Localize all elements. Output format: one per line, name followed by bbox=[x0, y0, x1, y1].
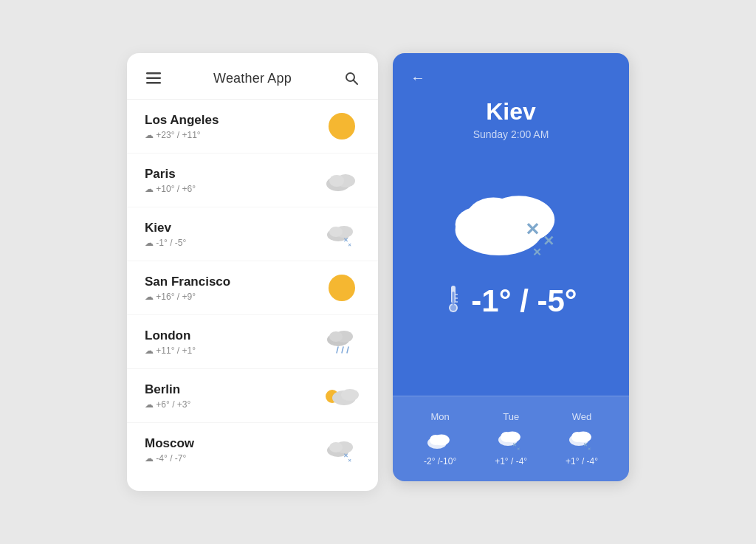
svg-line-17 bbox=[342, 347, 343, 353]
svg-point-30 bbox=[456, 207, 504, 241]
svg-rect-36 bbox=[453, 292, 455, 305]
svg-point-37 bbox=[450, 305, 456, 311]
svg-text:✕: ✕ bbox=[348, 243, 351, 247]
weather-icon-partly-cloudy bbox=[323, 381, 360, 410]
main-weather-icon: ✕ ✕ ✕ bbox=[437, 162, 585, 266]
city-name: San Francisco bbox=[145, 275, 230, 289]
svg-point-15 bbox=[329, 331, 343, 342]
forecast-temp: +1° / -4° bbox=[566, 456, 598, 466]
svg-point-10 bbox=[329, 227, 343, 237]
city-name: Los Angeles bbox=[145, 113, 219, 128]
city-temp: ☁ -4° / -7° bbox=[145, 453, 194, 464]
forecast-temp: +1° / -4° bbox=[495, 456, 527, 466]
svg-text:✕: ✕ bbox=[517, 447, 520, 451]
weather-icon-snow: ✕ ✕ bbox=[323, 435, 360, 464]
detail-datetime: Sunday 2:00 AM bbox=[473, 128, 549, 140]
weather-icon-cloudy bbox=[323, 165, 360, 195]
city-temp: ☁ +11° / +1° bbox=[145, 345, 196, 356]
city-list-panel: Weather App Los Angeles ☁ +23° / +11° bbox=[127, 53, 378, 491]
svg-rect-0 bbox=[146, 72, 161, 75]
list-item[interactable]: Kiev ☁ -1° / -5° ✕ ✕ bbox=[127, 207, 378, 261]
svg-rect-2 bbox=[146, 82, 161, 84]
city-temp: ☁ -1° / -5° bbox=[145, 238, 186, 248]
menu-button[interactable] bbox=[145, 71, 162, 86]
forecast-icon-tue: ✕ ✕ bbox=[496, 428, 526, 450]
forecast-icon-mon bbox=[425, 428, 455, 450]
back-button[interactable]: ← bbox=[410, 69, 425, 86]
city-temp: ☁ +10° / +6° bbox=[145, 184, 196, 194]
detail-city: Kiev bbox=[486, 98, 536, 125]
city-temp: ☁ +23° / +11° bbox=[145, 130, 219, 140]
temp-display: -1° / -5° bbox=[444, 283, 577, 319]
city-name: Berlin bbox=[145, 382, 190, 397]
search-button[interactable] bbox=[343, 69, 360, 87]
app-title: Weather App bbox=[213, 71, 292, 86]
city-name: Moscow bbox=[145, 436, 194, 451]
city-list: Los Angeles ☁ +23° / +11° Paris ☁ +10° /… bbox=[127, 100, 378, 476]
city-name: London bbox=[145, 328, 196, 343]
svg-point-43 bbox=[430, 435, 441, 445]
thermometer-icon bbox=[444, 284, 462, 319]
svg-rect-1 bbox=[146, 78, 161, 80]
forecast-item-tue: Tue ✕ ✕ +1° / -4° bbox=[495, 411, 527, 466]
list-header: Weather App bbox=[127, 53, 378, 100]
detail-top: ← Kiev Sunday 2:00 AM ✕ ✕ ✕ bbox=[393, 53, 629, 396]
svg-line-16 bbox=[337, 347, 338, 353]
list-item[interactable]: London ☁ +11° / +1° bbox=[127, 315, 378, 369]
weather-icon-rain bbox=[323, 327, 360, 357]
forecast-item-wed: Wed ✕ ✕ +1° / -4° bbox=[566, 411, 598, 466]
forecast-icon-wed: ✕ ✕ bbox=[567, 428, 597, 450]
app-container: Weather App Los Angeles ☁ +23° / +11° bbox=[127, 53, 629, 491]
city-name: Paris bbox=[145, 167, 196, 182]
city-temp: ☁ +6° / +3° bbox=[145, 399, 190, 410]
svg-text:✕: ✕ bbox=[532, 246, 542, 258]
svg-text:✕: ✕ bbox=[348, 458, 351, 463]
svg-point-51 bbox=[571, 432, 583, 442]
forecast-day: Tue bbox=[503, 411, 519, 422]
list-item[interactable]: Paris ☁ +10° / +6° bbox=[127, 154, 378, 207]
svg-line-18 bbox=[347, 347, 348, 353]
forecast-day: Mon bbox=[430, 411, 449, 422]
svg-text:✕: ✕ bbox=[543, 233, 554, 249]
svg-text:✕: ✕ bbox=[588, 447, 591, 451]
svg-point-24 bbox=[329, 442, 343, 452]
city-temp: ☁ +16° / +9° bbox=[145, 292, 230, 302]
list-item[interactable]: Berlin ☁ +6° / +3° bbox=[127, 369, 378, 423]
list-item[interactable]: Moscow ☁ -4° / -7° ✕ ✕ bbox=[127, 423, 378, 476]
detail-panel: ← Kiev Sunday 2:00 AM ✕ ✕ ✕ bbox=[393, 53, 629, 481]
svg-text:✕: ✕ bbox=[525, 220, 540, 239]
weather-icon-sunny bbox=[323, 273, 360, 303]
svg-point-21 bbox=[341, 389, 359, 401]
svg-line-4 bbox=[354, 80, 358, 85]
forecast-bar: Mon -2° /-10° Tue bbox=[393, 396, 629, 481]
list-item[interactable]: San Francisco ☁ +16° / +9° bbox=[127, 261, 378, 315]
forecast-temp: -2° /-10° bbox=[424, 456, 456, 466]
detail-temp: -1° / -5° bbox=[471, 283, 577, 319]
svg-point-46 bbox=[501, 432, 512, 442]
forecast-day: Wed bbox=[572, 411, 592, 422]
list-item[interactable]: Los Angeles ☁ +23° / +11° bbox=[127, 100, 378, 154]
weather-icon-sunny bbox=[323, 111, 360, 141]
weather-icon-snow: ✕ ✕ bbox=[323, 219, 360, 249]
city-name: Kiev bbox=[145, 221, 186, 235]
svg-point-7 bbox=[329, 175, 344, 187]
forecast-item-mon: Mon -2° /-10° bbox=[424, 411, 456, 466]
